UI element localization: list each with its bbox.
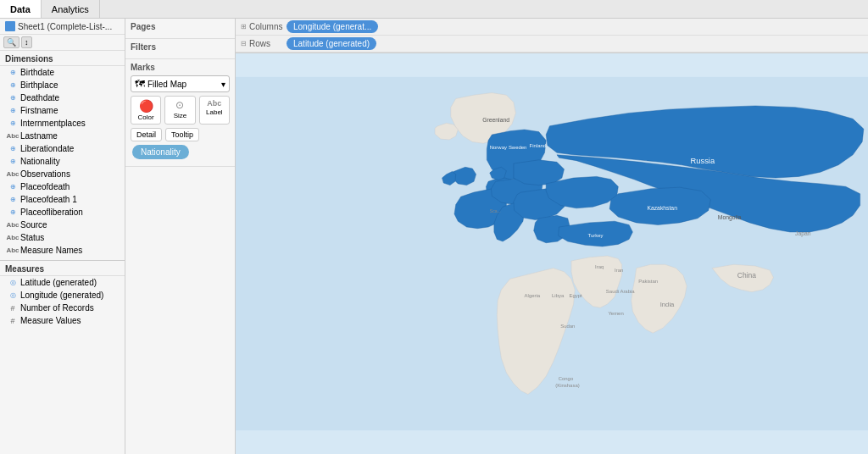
size-button[interactable]: ⊙ Size (164, 96, 195, 125)
dim-placeofliberation[interactable]: ⊕ Placeofliberation (0, 206, 125, 219)
latitude-pill[interactable]: Latitude (generated) (287, 37, 376, 50)
dim-observations[interactable]: Abc Observations (0, 168, 125, 180)
nationality-mark-button[interactable]: Nationality (132, 145, 189, 159)
dim-liberationdate[interactable]: ⊕ Liberationdate (0, 142, 125, 155)
dim-placeofdeath[interactable]: ⊕ Placeofdeath (0, 180, 125, 193)
egypt-label: Egypt (569, 293, 582, 298)
right-content: ⊞ Columns Longitude (generat... ⊟ Rows L… (236, 19, 868, 454)
pages-section: Pages (125, 19, 235, 39)
libya-label: Libya (552, 293, 565, 298)
detail-tooltip-buttons: Detail Tooltip (131, 128, 230, 141)
congo-label: Congo (559, 376, 574, 381)
dropdown-arrow-icon: ▾ (221, 80, 225, 89)
japan-label: Japan (795, 230, 811, 237)
russia-label: Russia (691, 157, 715, 165)
measure-measure-values[interactable]: # Measure Values (0, 314, 125, 327)
dim-status[interactable]: Abc Status (0, 231, 125, 244)
date-icon-internmentplaces: ⊕ (8, 119, 17, 128)
date-icon-liberationdate: ⊕ (8, 145, 17, 153)
date-icon-nationality: ⊕ (8, 158, 17, 166)
abc-icon-status: Abc (8, 234, 17, 242)
marks-section: Marks 🗺 Filled Map ▾ 🔴 Color ⊙ Size Abc … (125, 59, 235, 167)
longitude-pill[interactable]: Longitude (generat... (287, 20, 378, 33)
measure-longitude[interactable]: ◎ Longitude (generated) (0, 289, 125, 302)
rows-grid-icon: ⊟ (241, 40, 247, 47)
abc-icon-observations: Abc (8, 170, 17, 179)
dim-nationality[interactable]: ⊕ Nationality (0, 155, 125, 168)
color-icon: 🔴 (139, 99, 153, 113)
dim-measure-names[interactable]: Abc Measure Names (0, 244, 125, 257)
measure-num-records[interactable]: # Number of Records (0, 302, 125, 314)
date-icon-placeofdeath1: ⊕ (8, 196, 17, 204)
sidebar-tools: 🔍 ↕ (0, 35, 125, 51)
yemen-label: Yemen (608, 311, 623, 316)
rows-label: ⊟ Rows (236, 39, 287, 48)
tooltip-button[interactable]: Tooltip (165, 128, 199, 141)
dim-firstname[interactable]: ⊕ Firstname (0, 104, 125, 117)
abc-icon-lastname: Abc (8, 132, 17, 141)
norway-label: Norway (490, 145, 507, 150)
sheet-icon (5, 21, 15, 31)
columns-rows-bar: ⊞ Columns Longitude (generat... ⊟ Rows L… (236, 19, 868, 53)
sudan-label: Sudan (560, 324, 575, 329)
abc-icon-source: Abc (8, 221, 17, 230)
circle-icon-longitude: ◎ (8, 291, 17, 300)
data-sidebar: Sheet1 (Complete-List-... 🔍 ↕ Dimensions… (0, 19, 125, 454)
date-icon-deathdate: ⊕ (8, 94, 17, 102)
hash-icon-num-records: # (8, 304, 17, 313)
measures-section: Measures ◎ Latitude (generated) ◎ Longit… (0, 260, 125, 327)
china-label: China (737, 271, 756, 280)
filters-label: Filters (131, 42, 230, 52)
color-button[interactable]: 🔴 Color (131, 96, 161, 125)
world-map-svg: Greenland Norway Sweden Finland Russia K… (236, 53, 868, 454)
sweden-label: Sweden (509, 145, 527, 150)
date-icon-birthplace: ⊕ (8, 81, 17, 90)
algeria-label: Algeria (525, 293, 541, 298)
dim-placeofdeath1[interactable]: ⊕ Placeofdeath 1 (0, 193, 125, 206)
greenland-label: Greenland (482, 117, 509, 123)
measure-latitude[interactable]: ◎ Latitude (generated) (0, 276, 125, 289)
dim-internmentplaces[interactable]: ⊕ Internmentplaces (0, 117, 125, 130)
abc-icon-measure-names: Abc (8, 246, 17, 255)
date-icon-birthdate: ⊕ (8, 69, 17, 77)
iran-label: Iran (615, 268, 623, 273)
columns-row: ⊞ Columns Longitude (generat... (236, 19, 868, 36)
detail-button[interactable]: Detail (131, 128, 162, 141)
saudi-sec-label: Sca... (490, 208, 501, 213)
columns-grid-icon: ⊞ (241, 23, 247, 30)
dim-source[interactable]: Abc Source (0, 219, 125, 231)
measures-title: Measures (0, 261, 125, 276)
date-icon-firstname: ⊕ (8, 107, 17, 115)
india-label: India (660, 301, 675, 308)
label-button[interactable]: Abc Label (199, 96, 230, 125)
tab-analytics[interactable]: Analytics (42, 0, 100, 18)
dim-birthdate[interactable]: ⊕ Birthdate (0, 66, 125, 79)
dim-lastname[interactable]: Abc Lastname (0, 130, 125, 142)
dim-birthplace[interactable]: ⊕ Birthplace (0, 79, 125, 91)
label-icon: Abc (207, 99, 221, 108)
mongolia-label: Mongolia (718, 214, 742, 221)
kazakhstan-label: Kazakhstan (647, 205, 677, 211)
finland-label: Finland (530, 143, 547, 148)
circle-icon-latitude: ◎ (8, 279, 17, 287)
map-visualization: Greenland Norway Sweden Finland Russia K… (236, 53, 868, 454)
dim-deathdate[interactable]: ⊕ Deathdate (0, 91, 125, 104)
hash-icon-measure-values: # (8, 317, 17, 325)
pakistan-label: Pakistan (638, 279, 658, 284)
date-icon-placeofliberation: ⊕ (8, 208, 17, 217)
rows-row: ⊟ Rows Latitude (generated) (236, 36, 868, 53)
svg-text:(Kinshasa): (Kinshasa) (555, 383, 579, 388)
marks-panel: Pages Filters Marks 🗺 Filled Map ▾ 🔴 Col… (125, 19, 236, 454)
pages-label: Pages (131, 22, 230, 31)
filters-section: Filters (125, 39, 235, 59)
marks-type-dropdown[interactable]: 🗺 Filled Map ▾ (131, 75, 230, 92)
tab-data[interactable]: Data (0, 0, 42, 18)
iraq-label: Iraq (595, 264, 604, 269)
turkey-label: Turkey (588, 233, 604, 238)
sort-tool[interactable]: ↕ (21, 36, 32, 48)
search-tool[interactable]: 🔍 (3, 36, 19, 48)
marks-buttons: 🔴 Color ⊙ Size Abc Label (131, 96, 230, 125)
marks-label: Marks (131, 63, 230, 72)
dimensions-title: Dimensions (0, 51, 125, 66)
size-icon: ⊙ (175, 99, 184, 111)
